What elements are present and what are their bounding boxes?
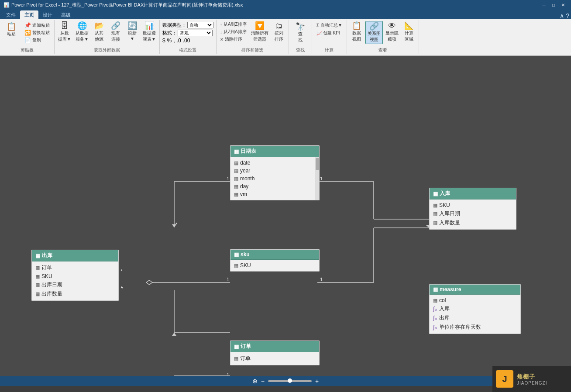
table-row[interactable]: ▦day — [230, 182, 314, 190]
svg-text:1: 1 — [227, 372, 229, 376]
table-grid-icon: ▦ — [234, 148, 239, 155]
tab-file[interactable]: 文件 — [2, 10, 20, 19]
ribbon-content: 📋 粘贴 📌追加粘贴 🔁替换粘贴 📄复制 剪贴板 🗄从数据库▼ 🌐从数据服务▼ — [0, 19, 571, 55]
comma-btn[interactable]: , — [173, 38, 175, 44]
ribbon-help[interactable]: ? — [566, 12, 569, 19]
sort-za-button[interactable]: ↓ 从Z到A排序 — [218, 28, 248, 35]
ruku-table[interactable]: ▦ 入库 ▦SKU ▦入库日期 ▦入库数量 — [429, 188, 516, 230]
app-icon: 📊 — [3, 2, 10, 8]
zoom-minus[interactable]: − — [261, 378, 265, 385]
table-row[interactable]: ▦订单 — [32, 263, 118, 272]
relation-view-button[interactable]: 🔗关系图视图 — [365, 21, 383, 44]
find-label: 查找 — [291, 46, 310, 53]
group-get-data: 🗄从数据库▼ 🌐从数据服务▼ 📂从其他源 🔗现有连接 🔄刷新▼ 📊数据透视表▼ — [55, 20, 160, 54]
table-row[interactable]: ∫ₓ入库 — [430, 304, 520, 313]
table-row[interactable]: ▦订单 — [230, 354, 319, 363]
ruku-table-body: ▦SKU ▦入库日期 ▦入库数量 — [430, 199, 516, 229]
measure-table-title: measure — [440, 286, 461, 292]
dec-decrease-btn[interactable]: .0 — [177, 38, 181, 44]
nav-icon: ⊕ — [252, 378, 258, 385]
tab-design[interactable]: 设计 — [38, 10, 57, 19]
create-kpi-button[interactable]: 📈 创建 KPI — [315, 30, 342, 37]
table-row[interactable]: ▦vm — [230, 190, 314, 198]
maximize-button[interactable]: □ — [549, 2, 558, 8]
table-row[interactable]: ▦出库日期 — [32, 280, 118, 289]
table-row[interactable]: ∫ₓ出库 — [430, 313, 520, 323]
sku-table-title: sku — [241, 251, 250, 258]
table-row[interactable]: ▦SKU — [430, 201, 516, 209]
tab-advanced[interactable]: 高级 — [57, 10, 75, 19]
measure-table-header: ▦ measure — [430, 285, 520, 295]
copy-button[interactable]: 📄复制 — [23, 37, 52, 44]
group-clipboard: 📋 粘贴 📌追加粘贴 🔁替换粘贴 📄复制 剪贴板 — [0, 20, 55, 54]
data-type-select[interactable]: 自动 — [187, 22, 213, 28]
existing-conn-button[interactable]: 🔗现有连接 — [108, 21, 124, 43]
minimize-button[interactable]: ─ — [540, 2, 548, 8]
filter-button[interactable]: 🔽清除所有筛选器 — [249, 21, 270, 43]
title-left: 📊 Power Pivot for Excel - 127_模型_Power P… — [3, 2, 243, 8]
dec-increase-btn[interactable]: .00 — [183, 38, 190, 44]
date-table-title: 日期表 — [241, 148, 256, 155]
zoom-thumb[interactable] — [288, 378, 292, 383]
order-table-body: ▦订单 — [230, 352, 319, 365]
replace-paste-button[interactable]: 🔁替换粘贴 — [23, 29, 52, 36]
close-button[interactable]: ✕ — [559, 2, 568, 8]
table-grid-icon: ▦ — [234, 251, 239, 258]
svg-text:*: * — [175, 222, 178, 227]
find-button[interactable]: 🔭查找 — [291, 21, 310, 45]
refresh-button[interactable]: 🔄刷新▼ — [124, 21, 140, 42]
measure-table[interactable]: ▦ measure ▦col ∫ₓ入库 ∫ₓ出库 ∫ₓ单位库存在库天数 — [429, 284, 521, 334]
table-row[interactable]: ▦date — [230, 159, 314, 167]
show-hide-button[interactable]: 👁显示隐藏项 — [384, 21, 400, 43]
table-row[interactable]: ▦col — [430, 296, 520, 304]
from-other-button[interactable]: 📂从其他源 — [91, 21, 107, 43]
table-row[interactable]: ▦SKU — [32, 272, 118, 280]
table-grid-icon: ▦ — [234, 344, 239, 350]
ribbon-collapse[interactable]: ∧ — [560, 12, 564, 19]
auto-sum-button[interactable]: Σ 自动汇总▼ — [315, 22, 344, 29]
view-label: 查看 — [349, 46, 417, 53]
calc-area-button[interactable]: 📐计算区域 — [401, 21, 417, 43]
table-row[interactable]: ∫ₓ单位库存在库天数 — [430, 323, 520, 332]
date-table[interactable]: ▦ 日期表 ▦date ▦year ▦month ▦day ▦vm — [230, 145, 320, 200]
table-row[interactable]: ▦month — [230, 175, 314, 182]
table-row[interactable]: ▦入库日期 — [430, 209, 516, 218]
from-service-button[interactable]: 🌐从数据服务▼ — [74, 21, 90, 43]
sku-table[interactable]: ▦ sku ▦SKU — [230, 249, 320, 272]
zoom-slider[interactable] — [268, 380, 312, 382]
svg-text:*: * — [121, 286, 124, 291]
paste-button[interactable]: 📋 粘贴 — [2, 21, 21, 39]
window-title: Power Pivot for Excel - 127_模型_Power Piv… — [11, 2, 243, 8]
table-row[interactable]: ▦SKU — [230, 261, 319, 269]
table-row[interactable]: ▦入库数量 — [430, 218, 516, 227]
data-pivot-button[interactable]: 📊数据透视表▼ — [141, 21, 158, 43]
table-grid-icon: ▦ — [433, 286, 438, 292]
measure-table-body: ▦col ∫ₓ入库 ∫ₓ出库 ∫ₓ单位库存在库天数 — [430, 295, 520, 334]
clear-sort-button[interactable]: ✕ 清除排序 — [218, 36, 248, 43]
chuku-table[interactable]: ▦ 出库 ▦订单 ▦SKU ▦出库日期 ▦出库数量 — [31, 250, 119, 301]
tab-home[interactable]: 主页 — [20, 10, 38, 19]
data-view-button[interactable]: 📋数据视图 — [349, 21, 365, 43]
calculate-label: 计算 — [314, 46, 345, 53]
statusbar-inner: ⊕ − + — [252, 378, 319, 385]
watermark-info: 焦棚子 JIAOPENGZI — [517, 373, 547, 385]
format-select[interactable]: 常规 — [178, 30, 213, 36]
svg-marker-15 — [146, 280, 152, 285]
table-row[interactable]: ▦出库数量 — [32, 289, 118, 299]
svg-marker-25 — [172, 333, 176, 336]
group-calculate: Σ 自动汇总▼ 📈 创建 KPI 计算 — [312, 20, 347, 54]
currency-btn[interactable]: $ — [162, 38, 165, 44]
get-data-label: 获取外部数据 — [56, 46, 158, 53]
zoom-plus[interactable]: + — [315, 378, 319, 385]
add-paste-button[interactable]: 📌追加粘贴 — [23, 22, 52, 29]
sku-table-body: ▦SKU — [230, 260, 319, 271]
col-sort-button[interactable]: 🗂按列排序 — [271, 21, 287, 43]
percent-btn[interactable]: % — [167, 38, 172, 44]
from-database-button[interactable]: 🗄从数据库▼ — [56, 21, 73, 43]
svg-text:*: * — [120, 285, 123, 291]
ribbon: 文件 主页 设计 高级 ∧ ? 📋 粘贴 📌追加粘贴 🔁替换粘贴 📄复制 剪贴 — [0, 10, 571, 56]
sort-filter-label: 排序和筛选 — [218, 46, 287, 53]
order-table[interactable]: ▦ 订单 ▦订单 — [230, 340, 320, 365]
sort-az-button[interactable]: ↑ 从A到Z排序 — [218, 21, 248, 28]
table-row[interactable]: ▦year — [230, 167, 314, 175]
